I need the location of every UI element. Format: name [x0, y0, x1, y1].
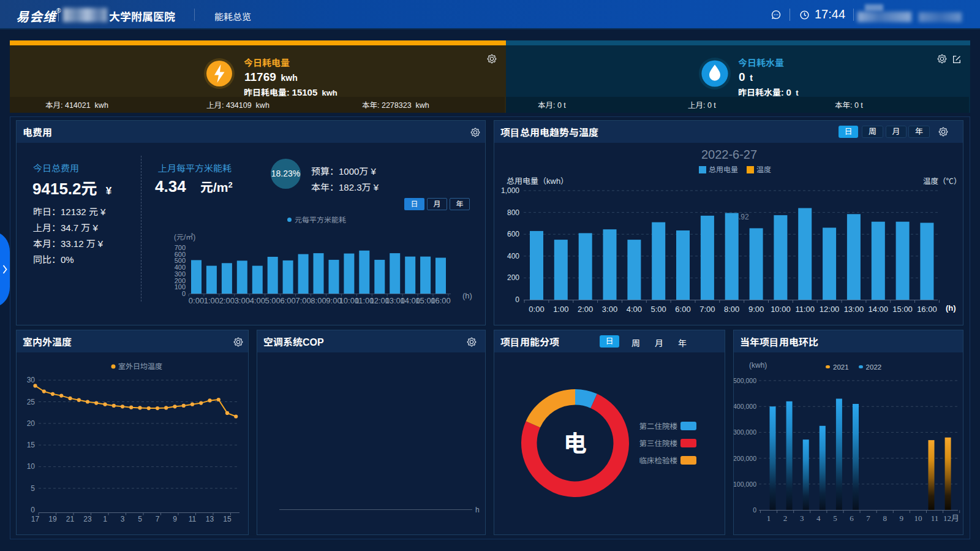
- svg-text:6:00: 6:00: [280, 296, 295, 305]
- svg-text:10: 10: [27, 462, 36, 471]
- svg-text:1:00: 1:00: [204, 296, 219, 305]
- svg-text:15: 15: [27, 441, 36, 449]
- svg-text:23: 23: [83, 515, 92, 523]
- svg-text:临床检验楼: 临床检验楼: [639, 454, 677, 466]
- svg-text:500,000: 500,000: [734, 377, 756, 384]
- svg-text:8:00: 8:00: [724, 305, 739, 314]
- svg-text:5:00: 5:00: [651, 305, 666, 314]
- svg-text:4: 4: [816, 512, 821, 523]
- svg-text:200: 200: [175, 277, 186, 284]
- svg-text:600: 600: [175, 251, 186, 258]
- svg-text:7:00: 7:00: [295, 296, 311, 305]
- svg-text:11:00: 11:00: [795, 305, 815, 314]
- svg-text:17: 17: [31, 515, 40, 523]
- svg-text:10: 10: [914, 512, 922, 523]
- svg-text:第三住院楼: 第三住院楼: [639, 437, 677, 449]
- svg-text:16:00: 16:00: [917, 305, 937, 314]
- svg-text:21: 21: [66, 515, 75, 523]
- svg-text:0:00: 0:00: [189, 296, 204, 305]
- svg-text:6: 6: [850, 512, 854, 523]
- svg-text:30: 30: [27, 376, 36, 384]
- svg-text:2: 2: [783, 512, 788, 523]
- svg-text:8:00: 8:00: [311, 296, 326, 305]
- svg-text:15:00: 15:00: [892, 305, 913, 314]
- svg-text:5:00: 5:00: [265, 296, 281, 305]
- svg-text:11: 11: [931, 512, 939, 523]
- svg-text:12月: 12月: [943, 512, 959, 523]
- svg-text:2:00: 2:00: [219, 296, 235, 305]
- svg-text:3:00: 3:00: [602, 305, 617, 314]
- svg-text:电: 电: [564, 425, 587, 458]
- svg-text:500: 500: [175, 257, 186, 264]
- svg-text:5: 5: [31, 484, 35, 493]
- svg-text:第二住院楼: 第二住院楼: [639, 420, 677, 431]
- svg-text:0: 0: [753, 506, 756, 514]
- svg-text:15: 15: [223, 515, 232, 523]
- svg-text:300,000: 300,000: [734, 428, 756, 436]
- svg-text:9: 9: [173, 515, 177, 523]
- svg-text:3: 3: [800, 512, 804, 523]
- svg-text:0: 0: [515, 295, 519, 304]
- svg-text:100,000: 100,000: [734, 481, 756, 488]
- svg-text:19: 19: [48, 515, 57, 523]
- svg-text:室外日均温度: 室外日均温度: [118, 362, 162, 371]
- svg-text:7:00: 7:00: [699, 305, 715, 314]
- svg-text:3: 3: [121, 515, 125, 523]
- svg-text:1,000: 1,000: [501, 186, 519, 195]
- svg-text:12:00: 12:00: [820, 305, 840, 314]
- svg-text:5: 5: [138, 515, 142, 523]
- svg-text:5: 5: [833, 512, 837, 523]
- svg-text:0:00: 0:00: [529, 305, 544, 314]
- svg-text:13: 13: [206, 515, 214, 523]
- svg-text:3:00: 3:00: [235, 296, 250, 305]
- svg-text:1: 1: [767, 512, 771, 523]
- svg-text:11: 11: [189, 515, 197, 523]
- svg-text:(h): (h): [946, 303, 956, 313]
- svg-text:200,000: 200,000: [734, 455, 756, 462]
- svg-text:300: 300: [175, 270, 186, 278]
- svg-text:4:00: 4:00: [250, 296, 265, 305]
- svg-text:9:00: 9:00: [748, 305, 764, 314]
- svg-text:0: 0: [182, 290, 186, 297]
- svg-text:400,000: 400,000: [734, 403, 756, 410]
- svg-text:700: 700: [175, 244, 186, 251]
- svg-text:100: 100: [175, 283, 186, 291]
- svg-text:7: 7: [866, 512, 870, 523]
- svg-text:1:00: 1:00: [553, 305, 568, 314]
- svg-text:6:00: 6:00: [675, 305, 690, 314]
- svg-text:13:00: 13:00: [844, 305, 864, 314]
- svg-text:14:00: 14:00: [869, 305, 889, 314]
- svg-text:1: 1: [103, 515, 107, 523]
- svg-text:(h): (h): [462, 291, 472, 300]
- svg-text:20: 20: [27, 419, 36, 428]
- svg-text:8: 8: [883, 512, 887, 523]
- svg-text:2:00: 2:00: [578, 305, 593, 314]
- svg-text:400: 400: [507, 252, 519, 260]
- svg-text:800: 800: [507, 208, 519, 217]
- svg-text:10:00: 10:00: [771, 305, 791, 314]
- svg-text:25: 25: [27, 398, 36, 406]
- svg-text:600: 600: [507, 230, 519, 238]
- svg-text:0: 0: [31, 506, 35, 514]
- svg-text:9: 9: [900, 512, 904, 523]
- svg-text:16:00: 16:00: [431, 296, 451, 305]
- svg-text:200: 200: [507, 273, 519, 282]
- svg-text:7: 7: [156, 515, 160, 523]
- svg-text:4:00: 4:00: [627, 305, 642, 314]
- svg-text:400: 400: [175, 264, 186, 271]
